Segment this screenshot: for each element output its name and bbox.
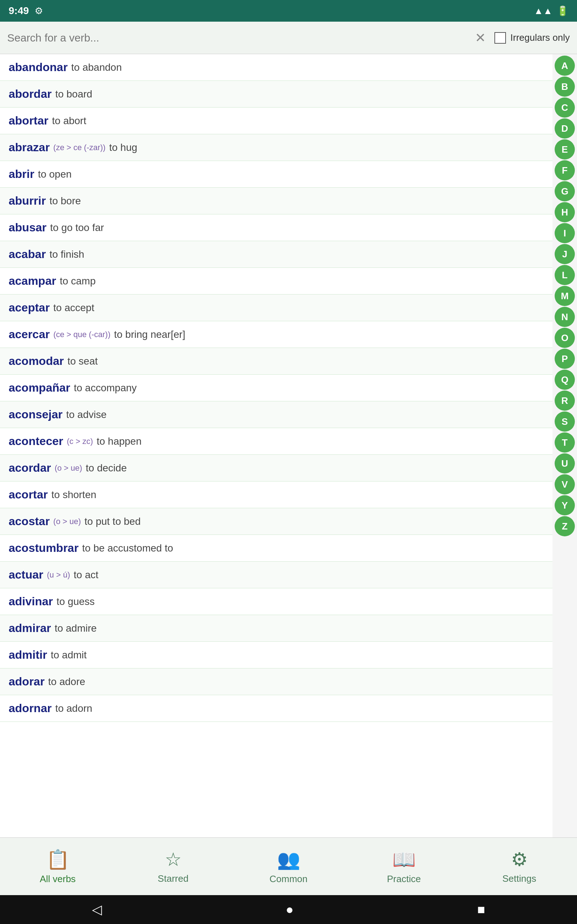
verb-row[interactable]: adornarto adorn [0,695,553,722]
android-nav-bar: ◁ ● ■ [0,895,577,924]
verb-row[interactable]: abordarto board [0,81,553,108]
verb-translation: to accompany [74,382,137,394]
alpha-btn-m[interactable]: M [554,286,575,306]
irregulars-container: Irregulars only [495,32,570,44]
alpha-btn-o[interactable]: O [554,328,575,348]
alpha-btn-g[interactable]: G [554,181,575,201]
nav-label-common: Common [269,874,307,885]
verb-translation: to decide [86,462,127,474]
alpha-btn-f[interactable]: F [554,160,575,181]
irregulars-label: Irregulars only [510,32,570,43]
verb-name: acostar [9,515,50,528]
search-clear-icon[interactable]: ✕ [475,30,486,45]
alpha-btn-c[interactable]: C [554,97,575,118]
verb-list[interactable]: abandonarto abandonabordarto boardaborta… [0,54,553,837]
verb-row[interactable]: actuar(u > ú)to act [0,562,553,588]
verb-translation: to adore [48,676,85,688]
search-input[interactable] [7,32,475,44]
recent-button[interactable]: ■ [477,902,485,917]
verb-note: (u > ú) [47,570,70,580]
nav-item-settings[interactable]: ⚙Settings [462,848,577,884]
alpha-btn-b[interactable]: B [554,76,575,97]
status-left: 9:49 ⚙ [9,5,43,16]
alpha-btn-t[interactable]: T [554,432,575,452]
verb-row[interactable]: abusarto go too far [0,215,553,241]
alpha-btn-d[interactable]: D [554,118,575,139]
verb-name: abandonar [9,61,68,74]
verb-translation: to open [38,168,71,180]
verb-row[interactable]: aconsejarto advise [0,401,553,428]
alpha-btn-r[interactable]: R [554,391,575,411]
verb-translation: to finish [49,249,84,260]
verb-translation: to happen [97,436,142,447]
verb-translation: to shorten [52,489,97,501]
nav-item-common[interactable]: 👥Common [231,848,346,885]
verb-row[interactable]: admitirto admit [0,642,553,669]
settings-icon: ⚙ [35,5,43,16]
bottom-nav: 📋All verbs☆Starred👥Common📖Practice⚙Setti… [0,837,577,895]
verb-row[interactable]: acontecer(c > zc)to happen [0,428,553,455]
verb-row[interactable]: acamparto camp [0,268,553,294]
verb-name: actuar [9,568,43,582]
verb-row[interactable]: acompañarto accompany [0,375,553,401]
verb-row[interactable]: acabarto finish [0,241,553,268]
nav-item-all-verbs[interactable]: 📋All verbs [0,848,115,885]
alpha-btn-q[interactable]: Q [554,370,575,390]
back-button[interactable]: ◁ [92,902,102,917]
verb-row[interactable]: acostumbrarto be accustomed to [0,535,553,562]
alpha-btn-u[interactable]: U [554,453,575,473]
verb-row[interactable]: adivinarto guess [0,588,553,615]
verb-row[interactable]: aburrirto bore [0,188,553,215]
nav-label-settings: Settings [502,873,536,884]
verb-translation: to board [55,89,92,100]
verb-name: aceptar [9,301,50,314]
verb-row[interactable]: acercar(ce > que (-car))to bring near[er… [0,321,553,348]
verb-row[interactable]: acostar(o > ue)to put to bed [0,508,553,535]
verb-name: adorar [9,675,45,688]
verb-note: (o > ue) [55,464,82,473]
battery-icon: 🔋 [557,5,568,16]
alpha-btn-v[interactable]: V [554,474,575,494]
alpha-btn-i[interactable]: I [554,223,575,243]
verb-row[interactable]: abrirto open [0,161,553,188]
alpha-btn-j[interactable]: J [554,244,575,264]
verb-name: abrazar [9,141,50,154]
nav-item-starred[interactable]: ☆Starred [115,848,231,884]
alpha-btn-y[interactable]: Y [554,495,575,515]
alpha-btn-s[interactable]: S [554,412,575,432]
alpha-btn-p[interactable]: P [554,349,575,369]
alpha-btn-e[interactable]: E [554,139,575,160]
verb-row[interactable]: adorarto adore [0,669,553,695]
verb-translation: to accept [53,302,95,313]
irregulars-checkbox[interactable] [495,32,506,44]
verb-name: abrir [9,168,34,181]
verb-translation: to adorn [55,703,92,714]
verb-name: adornar [9,702,52,715]
verb-row[interactable]: abandonarto abandon [0,54,553,81]
home-button[interactable]: ● [285,902,293,917]
verb-name: aconsejar [9,408,62,421]
verb-translation: to go too far [50,222,104,234]
verb-translation: to bore [49,195,81,207]
alpha-btn-n[interactable]: N [554,307,575,327]
alpha-btn-z[interactable]: Z [554,516,575,536]
status-time: 9:49 [9,5,29,16]
verb-row[interactable]: abortarto abort [0,108,553,134]
verb-row[interactable]: acortarto shorten [0,481,553,508]
nav-label-practice: Practice [387,874,421,885]
verb-translation: to abandon [71,62,122,73]
nav-item-practice[interactable]: 📖Practice [346,848,462,885]
verb-row[interactable]: acomodarto seat [0,348,553,375]
alpha-btn-h[interactable]: H [554,202,575,222]
nav-icon-practice: 📖 [392,848,416,871]
verb-translation: to act [74,569,98,581]
verb-row[interactable]: abrazar(ze > ce (-zar))to hug [0,134,553,161]
main-content: abandonarto abandonabordarto boardaborta… [0,54,577,837]
verb-name: acostumbrar [9,541,79,555]
verb-name: acampar [9,274,56,288]
alpha-btn-a[interactable]: A [554,56,575,76]
alpha-btn-l[interactable]: L [554,265,575,285]
verb-row[interactable]: aceptarto accept [0,294,553,321]
verb-row[interactable]: acordar(o > ue)to decide [0,455,553,481]
verb-row[interactable]: admirarto admire [0,615,553,642]
